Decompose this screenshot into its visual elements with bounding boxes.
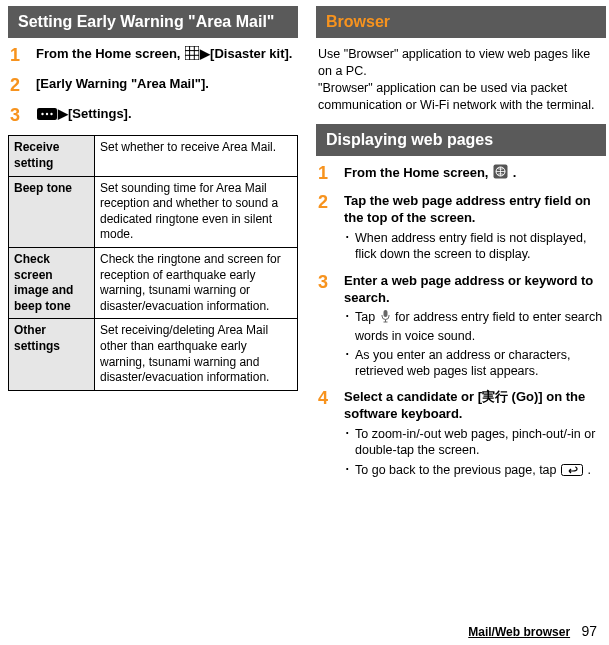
left-step-3: 3 ▶[Settings]. bbox=[10, 106, 296, 126]
step-title: From the Home screen, . bbox=[344, 164, 604, 184]
footer-page-number: 97 bbox=[581, 623, 597, 639]
setting-label: Check screen image and beep tone bbox=[9, 247, 95, 318]
step-body: Select a candidate or [実行 (Go)] on the s… bbox=[344, 389, 604, 480]
table-row: Beep toneSet sounding time for Area Mail… bbox=[9, 176, 298, 247]
grid-icon bbox=[185, 46, 199, 65]
step-bullet: ･When address entry field is not display… bbox=[344, 230, 604, 263]
left-steps: 1 From the Home screen, ▶[Disaster kit].… bbox=[8, 46, 298, 125]
table-row: Check screen image and beep toneCheck th… bbox=[9, 247, 298, 318]
step-body: From the Home screen, . bbox=[344, 164, 604, 184]
step-body: Enter a web page address or keyword to s… bbox=[344, 273, 604, 380]
step-bullet: ･As you enter an address or characters, … bbox=[344, 347, 604, 380]
step-bullet: ･Tap for address entry field to enter se… bbox=[344, 309, 604, 344]
bullet-text: As you enter an address or characters, r… bbox=[355, 347, 604, 380]
right-step: 3Enter a web page address or keyword to … bbox=[318, 273, 604, 380]
svg-rect-14 bbox=[562, 464, 583, 475]
page-footer: Mail/Web browser 97 bbox=[468, 623, 597, 639]
left-step-2: 2 [Early Warning "Area Mail"]. bbox=[10, 76, 296, 96]
step-title: Tap the web page address entry field on … bbox=[344, 193, 604, 227]
right-column: Browser Use "Browser" application to vie… bbox=[316, 6, 606, 490]
bullet-text: To zoom-in/-out web pages, pinch-out/-in… bbox=[355, 426, 604, 459]
step-body: Tap the web page address entry field on … bbox=[344, 193, 604, 262]
setting-description: Set sounding time for Area Mail receptio… bbox=[95, 176, 298, 247]
svg-point-8 bbox=[50, 112, 52, 114]
right-subheader: Displaying web pages bbox=[316, 124, 606, 156]
text: for address entry field to enter search … bbox=[355, 310, 602, 342]
step-title: Select a candidate or [実行 (Go)] on the s… bbox=[344, 389, 604, 423]
bullet-text: When address entry field is not displaye… bbox=[355, 230, 604, 263]
left-column: Setting Early Warning "Area Mail" 1 From… bbox=[8, 6, 298, 490]
bullet-dot: ･ bbox=[344, 230, 351, 263]
settings-table: Receive settingSet whether to receive Ar… bbox=[8, 135, 298, 390]
step-title: From the Home screen, ▶[Disaster kit]. bbox=[36, 46, 296, 66]
right-step: 2Tap the web page address entry field on… bbox=[318, 193, 604, 262]
right-steps: 1From the Home screen, .2Tap the web pag… bbox=[316, 164, 606, 480]
left-section-header: Setting Early Warning "Area Mail" bbox=[8, 6, 298, 38]
bracket-close: ]. bbox=[201, 76, 209, 91]
text: [Disaster kit]. bbox=[210, 46, 292, 61]
setting-description: Set whether to receive Area Mail. bbox=[95, 136, 298, 176]
step-number: 3 bbox=[10, 106, 26, 126]
step-bullet: ･To go back to the previous page, tap . bbox=[344, 462, 604, 480]
svg-rect-0 bbox=[185, 46, 199, 60]
text: [Settings]. bbox=[68, 106, 132, 121]
table-row: Receive settingSet whether to receive Ar… bbox=[9, 136, 298, 176]
bullet-dot: ･ bbox=[344, 462, 351, 480]
text: From the Home screen, bbox=[36, 46, 184, 61]
svg-rect-11 bbox=[383, 310, 387, 317]
right-section-header: Browser bbox=[316, 6, 606, 38]
step-number: 3 bbox=[318, 273, 334, 380]
globe-icon bbox=[493, 164, 508, 184]
table-row: Other settingsSet receiving/deleting Are… bbox=[9, 319, 298, 390]
footer-section: Mail/Web browser bbox=[468, 625, 570, 639]
step-title: ▶[Settings]. bbox=[36, 106, 296, 126]
setting-label: Receive setting bbox=[9, 136, 95, 176]
text: To go back to the previous page, tap bbox=[355, 463, 560, 477]
setting-label: Other settings bbox=[9, 319, 95, 390]
right-step: 1From the Home screen, . bbox=[318, 164, 604, 184]
step-title: Enter a web page address or keyword to s… bbox=[344, 273, 604, 307]
step-bullet: ･To zoom-in/-out web pages, pinch-out/-i… bbox=[344, 426, 604, 459]
svg-point-7 bbox=[41, 112, 43, 114]
step-number: 1 bbox=[318, 164, 334, 184]
setting-description: Set receiving/deleting Area Mail other t… bbox=[95, 319, 298, 390]
step-number: 2 bbox=[10, 76, 26, 96]
bullet-text: Tap for address entry field to enter sea… bbox=[355, 309, 604, 344]
arrow-glyph: ▶ bbox=[58, 106, 68, 121]
menu-icon bbox=[37, 108, 57, 125]
arrow-glyph: ▶ bbox=[200, 46, 210, 61]
browser-intro: Use "Browser" application to view web pa… bbox=[316, 46, 606, 114]
right-step: 4Select a candidate or [実行 (Go)] on the … bbox=[318, 389, 604, 480]
bullet-dot: ･ bbox=[344, 309, 351, 344]
text: . bbox=[584, 463, 591, 477]
svg-point-6 bbox=[46, 112, 48, 114]
text: . bbox=[509, 165, 516, 180]
step-number: 1 bbox=[10, 46, 26, 66]
step-number: 4 bbox=[318, 389, 334, 480]
bullet-text: To go back to the previous page, tap . bbox=[355, 462, 591, 480]
step-title: [Early Warning "Area Mail"]. bbox=[36, 76, 296, 96]
bullet-dot: ･ bbox=[344, 426, 351, 459]
text: Tap bbox=[355, 310, 379, 324]
step-number: 2 bbox=[318, 193, 334, 262]
bullet-dot: ･ bbox=[344, 347, 351, 380]
back-icon bbox=[561, 464, 583, 480]
text: Early Warning "Area Mail" bbox=[40, 76, 201, 91]
setting-label: Beep tone bbox=[9, 176, 95, 247]
left-step-1: 1 From the Home screen, ▶[Disaster kit]. bbox=[10, 46, 296, 66]
mic-icon bbox=[380, 309, 391, 327]
text: From the Home screen, bbox=[344, 165, 492, 180]
setting-description: Check the ringtone and screen for recept… bbox=[95, 247, 298, 318]
